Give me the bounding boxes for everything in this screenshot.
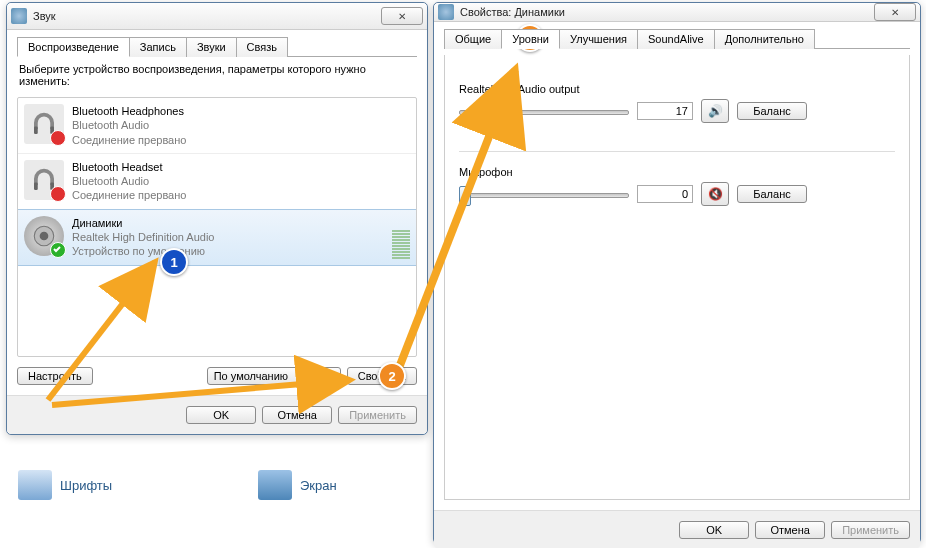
balance-button[interactable]: Баланс: [737, 102, 807, 120]
cancel-button[interactable]: Отмена: [262, 406, 332, 424]
window-title: Свойства: Динамики: [460, 6, 874, 18]
device-list: Bluetooth Headphones Bluetooth Audio Сое…: [17, 97, 417, 357]
tabs: Общие Уровни Улучшения SoundAlive Дополн…: [444, 28, 910, 49]
slider-thumb[interactable]: [459, 186, 471, 206]
mute-button[interactable]: 🔊: [701, 99, 729, 123]
volume-slider[interactable]: [459, 101, 629, 121]
level-meter: [392, 216, 410, 259]
tab-communications[interactable]: Связь: [236, 37, 288, 57]
slider-track: [459, 110, 629, 115]
level-label: Микрофон: [459, 166, 895, 178]
svg-rect-0: [34, 127, 38, 135]
desktop-label: Экран: [300, 478, 337, 493]
tab-playback[interactable]: Воспроизведение: [17, 37, 130, 57]
speaker-on-icon: 🔊: [708, 104, 723, 118]
svg-point-5: [40, 231, 49, 240]
device-item[interactable]: Bluetooth Headphones Bluetooth Audio Сое…: [18, 98, 416, 154]
speaker-icon: [24, 216, 64, 256]
device-name: Динамики: [72, 216, 392, 230]
device-status: Соединение прервано: [72, 188, 410, 202]
apply-button[interactable]: Применить: [831, 521, 910, 539]
tab-enhancements[interactable]: Улучшения: [559, 29, 638, 49]
volume-slider[interactable]: [459, 184, 629, 204]
headphones-icon: [24, 104, 64, 144]
device-status: Соединение прервано: [72, 133, 410, 147]
tab-recording[interactable]: Запись: [129, 37, 187, 57]
level-group-output: Realtek HD Audio output 17 🔊 Баланс: [459, 83, 895, 123]
slider-thumb[interactable]: [488, 103, 500, 123]
device-name: Bluetooth Headset: [72, 160, 410, 174]
tab-advanced[interactable]: Дополнительно: [714, 29, 815, 49]
instruction-text: Выберите устройство воспроизведения, пар…: [19, 63, 415, 87]
level-value[interactable]: 17: [637, 102, 693, 120]
status-badge-error: [50, 130, 66, 146]
speaker-muted-icon: 🔇: [708, 187, 723, 201]
annotation-1: 1: [160, 248, 188, 276]
sound-icon: [11, 8, 27, 24]
annotation-2: 2: [378, 362, 406, 390]
window-title: Звук: [33, 10, 381, 22]
balance-button[interactable]: Баланс: [737, 185, 807, 203]
level-group-mic: Микрофон 0 🔇 Баланс: [459, 166, 895, 206]
level-value[interactable]: 0: [637, 185, 693, 203]
tabs: Воспроизведение Запись Звуки Связь: [17, 36, 417, 57]
titlebar[interactable]: Звук ✕: [7, 3, 427, 30]
tab-levels[interactable]: Уровни: [501, 29, 560, 49]
sound-dialog: Звук ✕ Воспроизведение Запись Звуки Связ…: [6, 2, 428, 435]
fonts-icon: [18, 470, 52, 500]
device-sub: Bluetooth Audio: [72, 118, 410, 132]
tab-soundalive[interactable]: SoundAlive: [637, 29, 715, 49]
close-button[interactable]: ✕: [381, 7, 423, 25]
configure-button[interactable]: Настроить: [17, 367, 93, 385]
cancel-button[interactable]: Отмена: [755, 521, 825, 539]
desktop-icon-fonts[interactable]: Шрифты: [18, 470, 112, 500]
device-sub: Realtek High Definition Audio: [72, 230, 392, 244]
screen-icon: [258, 470, 292, 500]
status-badge-error: [50, 186, 66, 202]
desktop-label: Шрифты: [60, 478, 112, 493]
speaker-icon: [438, 4, 454, 20]
apply-button[interactable]: Применить: [338, 406, 417, 424]
level-label: Realtek HD Audio output: [459, 83, 895, 95]
tab-general[interactable]: Общие: [444, 29, 502, 49]
close-button[interactable]: ✕: [874, 3, 916, 21]
desktop-icon-screen[interactable]: Экран: [258, 470, 337, 500]
slider-track: [459, 193, 629, 198]
headset-icon: [24, 160, 64, 200]
device-item[interactable]: Bluetooth Headset Bluetooth Audio Соедин…: [18, 154, 416, 210]
properties-dialog: Свойства: Динамики ✕ Общие Уровни Улучше…: [433, 2, 921, 544]
device-sub: Bluetooth Audio: [72, 174, 410, 188]
device-item-selected[interactable]: Динамики Realtek High Definition Audio У…: [17, 209, 417, 266]
default-combo[interactable]: По умолчанию: [207, 367, 341, 385]
svg-rect-2: [34, 182, 38, 190]
titlebar[interactable]: Свойства: Динамики ✕: [434, 3, 920, 22]
device-status: Устройство по умолчанию: [72, 244, 392, 258]
tab-sounds[interactable]: Звуки: [186, 37, 237, 57]
ok-button[interactable]: OK: [679, 521, 749, 539]
mute-button[interactable]: 🔇: [701, 182, 729, 206]
ok-button[interactable]: OK: [186, 406, 256, 424]
device-name: Bluetooth Headphones: [72, 104, 410, 118]
status-badge-ok: [50, 242, 66, 258]
